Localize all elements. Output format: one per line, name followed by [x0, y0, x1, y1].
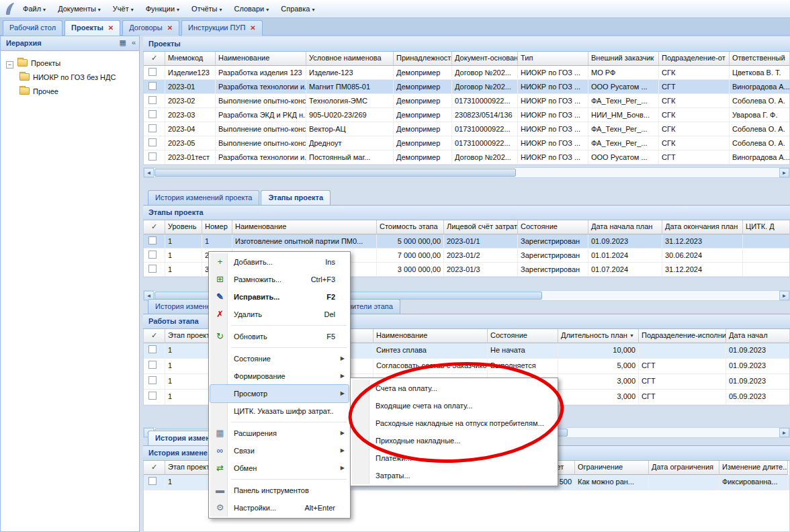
column-header[interactable]: Дата начала план: [588, 220, 662, 234]
horizontal-scrollbar[interactable]: ◄ ►: [143, 167, 790, 178]
table-row[interactable]: 11Изготовление опытной партии ПМ0...5 00…: [144, 234, 789, 249]
row-checkbox[interactable]: [148, 376, 157, 384]
menubar-item[interactable]: Файл▾: [17, 0, 52, 19]
column-header[interactable]: Тип: [518, 52, 588, 66]
menu-item[interactable]: ⊞Размножить...Ctrl+F3: [210, 271, 349, 288]
menubar-item[interactable]: Документы▾: [52, 0, 107, 19]
menu-item[interactable]: ∞Связи▶: [210, 442, 349, 459]
row-checkbox[interactable]: [148, 68, 157, 76]
tree-item[interactable]: Прочее: [1, 85, 139, 99]
row-checkbox[interactable]: [148, 361, 157, 369]
menu-item[interactable]: +Добавить...Ins: [210, 253, 349, 271]
menubar-item[interactable]: Отчёты▾: [185, 0, 228, 19]
menu-item[interactable]: Приходные накладные...: [352, 432, 556, 449]
check-column-header[interactable]: ✓: [144, 52, 165, 66]
column-header[interactable]: ЦИТК. Д: [743, 220, 790, 234]
menu-item[interactable]: Счета на оплату...: [352, 380, 556, 397]
menu-item[interactable]: Просмотр▶: [210, 385, 349, 402]
close-icon[interactable]: ✕: [167, 24, 173, 32]
column-header[interactable]: Наименование: [232, 220, 377, 234]
column-header[interactable]: Состояние: [518, 220, 588, 234]
column-header[interactable]: Состояние: [488, 329, 558, 343]
document-tab[interactable]: Инструкции ПУП✕: [181, 20, 263, 36]
document-tab[interactable]: Проекты✕: [64, 20, 120, 36]
close-icon[interactable]: ✕: [250, 24, 255, 32]
row-checkbox[interactable]: [148, 265, 157, 273]
row-checkbox[interactable]: [148, 392, 157, 400]
menubar-item[interactable]: Функции▾: [140, 0, 185, 19]
column-header[interactable]: Дата начал: [726, 329, 790, 343]
check-column-header[interactable]: ✓: [144, 461, 165, 475]
column-header[interactable]: Номер: [202, 220, 232, 234]
table-row[interactable]: 2023-04Выполнение опытно-конс...Вектор-А…: [144, 122, 789, 136]
scroll-left-icon[interactable]: ◄: [144, 168, 154, 177]
column-header[interactable]: Изменение длите...: [719, 461, 788, 475]
column-header[interactable]: Условное наименова: [306, 52, 394, 66]
menu-item[interactable]: ⇄Обмен▶: [210, 459, 349, 477]
menu-item[interactable]: Затраты...: [352, 467, 556, 484]
check-column-header[interactable]: ✓: [144, 220, 165, 234]
scrollbar-thumb[interactable]: [155, 169, 516, 177]
menubar-item[interactable]: Словари▾: [228, 0, 275, 19]
menu-item[interactable]: ⚙Настройки...Alt+Enter: [210, 499, 349, 517]
row-checkbox[interactable]: [148, 82, 157, 90]
menubar-item[interactable]: Учёт▾: [107, 0, 140, 19]
menu-item[interactable]: Формирование▶: [210, 367, 349, 385]
column-header[interactable]: Подразделение-от: [659, 52, 730, 66]
section-tab[interactable]: Этапы проекта: [261, 190, 331, 205]
column-header[interactable]: Стоимость этапа: [377, 220, 444, 234]
column-header[interactable]: Дата ограничения: [649, 461, 719, 475]
scroll-right-icon[interactable]: ►: [779, 168, 789, 177]
table-row[interactable]: 2023-01Разработка технологии и...Магнит …: [144, 80, 789, 94]
menu-item[interactable]: ▬Панель инструментов: [210, 482, 349, 499]
row-checkbox[interactable]: [148, 110, 157, 118]
document-tab[interactable]: Договоры✕: [122, 20, 179, 36]
row-checkbox[interactable]: [148, 152, 157, 161]
table-row[interactable]: 2023-05Выполнение опытно-конс...Дредноут…: [144, 136, 789, 150]
row-checkbox[interactable]: [148, 138, 157, 146]
column-header[interactable]: Длительность план▼: [558, 329, 639, 343]
menu-item[interactable]: ЦИТК. Указать шифр затрат..: [210, 402, 349, 420]
menu-item[interactable]: Платежи...: [352, 449, 556, 467]
column-header[interactable]: Внешний заказчик: [588, 52, 659, 66]
check-column-header[interactable]: ✓: [144, 329, 165, 343]
row-checkbox[interactable]: [148, 96, 157, 104]
column-header[interactable]: Ответственный: [730, 52, 790, 66]
section-tab[interactable]: История изменений проекта: [148, 190, 259, 205]
menu-item[interactable]: Входящие счета на оплату...: [352, 397, 556, 414]
menu-item[interactable]: ✗УдалитьDel: [210, 306, 349, 323]
column-header[interactable]: Документ-основан: [452, 52, 518, 66]
tree-item[interactable]: −Проекты: [1, 56, 139, 71]
row-checkbox[interactable]: [148, 345, 157, 353]
menu-item[interactable]: Состояние▶: [210, 350, 349, 367]
grid-view-icon[interactable]: ▦: [119, 38, 126, 46]
column-header[interactable]: Дата окончания план: [662, 220, 743, 234]
table-row[interactable]: Изделие123Разработка изделия 123Изделие-…: [144, 66, 789, 80]
row-checkbox[interactable]: [148, 477, 157, 485]
column-header[interactable]: Наименование: [374, 329, 488, 343]
column-header[interactable]: Лицевой счёт затрат.: [444, 220, 518, 234]
row-checkbox[interactable]: [148, 251, 157, 259]
table-row[interactable]: 2023-03Разработка ЭКД и РКД н...905-U020…: [144, 108, 789, 122]
column-header[interactable]: Принадлежность: [394, 52, 452, 66]
menubar-item[interactable]: Справка▾: [275, 0, 320, 19]
tree-item[interactable]: НИОКР по ГОЗ без НДС: [1, 71, 139, 85]
column-header[interactable]: Ограничение: [575, 461, 649, 475]
collapse-expander-icon[interactable]: −: [6, 61, 13, 69]
table-row[interactable]: 2023-02Выполнение опытно-конс...Технолог…: [144, 94, 789, 108]
column-header[interactable]: Наименование: [216, 52, 306, 66]
column-header[interactable]: Подразделение-исполнитель..: [639, 329, 726, 343]
column-header[interactable]: Мнемокод: [165, 52, 216, 66]
table-row[interactable]: 2023-01тестРазработка технологии и...Пос…: [144, 150, 789, 165]
collapse-panel-icon[interactable]: «: [132, 38, 136, 46]
menu-item[interactable]: ▦Расширения▶: [210, 425, 349, 442]
menu-item[interactable]: Расходные накладные на отпуск потребител…: [352, 414, 556, 432]
close-icon[interactable]: ✕: [108, 24, 114, 32]
document-tab[interactable]: Рабочий стол: [3, 20, 62, 36]
menu-item[interactable]: ↻ОбновитьF5: [210, 328, 349, 345]
row-checkbox[interactable]: [148, 124, 157, 132]
tree-item-label: НИОКР по ГОЗ без НДС: [33, 73, 116, 81]
row-checkbox[interactable]: [148, 236, 157, 245]
menu-item[interactable]: ✎Исправить...F2: [210, 288, 349, 306]
column-header[interactable]: Уровень: [165, 220, 202, 234]
